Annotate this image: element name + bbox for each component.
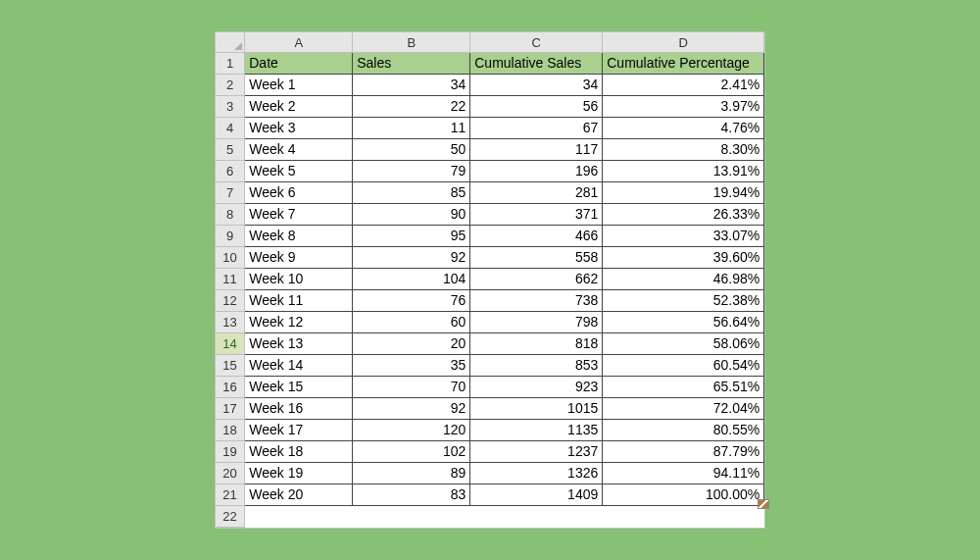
cell-A21[interactable]: Week 20 — [245, 484, 353, 505]
cell-C5[interactable]: 117 — [470, 138, 603, 160]
row-head-18[interactable]: 18 — [216, 419, 245, 440]
cell-B10[interactable]: 92 — [353, 246, 470, 268]
cell-C21[interactable]: 1409 — [470, 484, 603, 505]
cell-A20[interactable]: Week 19 — [245, 462, 353, 484]
cell-B16[interactable]: 70 — [353, 376, 470, 397]
cell-D22[interactable] — [603, 505, 764, 527]
cell-A12[interactable]: Week 11 — [245, 289, 353, 311]
cell-D4[interactable]: 4.76% — [603, 117, 764, 138]
cell-A13[interactable]: Week 12 — [245, 311, 353, 332]
cell-D14[interactable]: 58.06% — [603, 332, 764, 354]
cell-C10[interactable]: 558 — [470, 246, 603, 268]
cell-A19[interactable]: Week 18 — [245, 440, 353, 462]
cell-A9[interactable]: Week 8 — [245, 225, 353, 246]
cell-C2[interactable]: 34 — [470, 74, 603, 95]
cell-C18[interactable]: 1135 — [470, 419, 603, 440]
cell-C12[interactable]: 738 — [470, 289, 603, 311]
cell-D20[interactable]: 94.11% — [603, 462, 764, 484]
cell-B8[interactable]: 90 — [353, 203, 470, 225]
row-head-16[interactable]: 16 — [216, 376, 245, 397]
cell-C22[interactable] — [470, 505, 603, 527]
row-head-19[interactable]: 19 — [216, 440, 245, 462]
cell-A14[interactable]: Week 13 — [245, 332, 353, 354]
cell-D11[interactable]: 46.98% — [603, 268, 764, 289]
cell-D12[interactable]: 52.38% — [603, 289, 764, 311]
cell-D2[interactable]: 2.41% — [603, 74, 764, 95]
cell-C11[interactable]: 662 — [470, 268, 603, 289]
cell-C20[interactable]: 1326 — [470, 462, 603, 484]
col-head-c[interactable]: C — [470, 32, 603, 52]
cell-B15[interactable]: 35 — [353, 354, 470, 376]
row-head-21[interactable]: 21 — [216, 484, 245, 505]
row-head-2[interactable]: 2 — [216, 74, 245, 95]
cell-A3[interactable]: Week 2 — [245, 95, 353, 117]
cell-C1[interactable]: Cumulative Sales — [470, 52, 603, 74]
cell-A8[interactable]: Week 7 — [245, 203, 353, 225]
cell-A1[interactable]: Date — [245, 52, 353, 74]
cell-D1[interactable]: Cumulative Percentage — [603, 52, 764, 74]
cell-B11[interactable]: 104 — [353, 268, 470, 289]
cell-C9[interactable]: 466 — [470, 225, 603, 246]
cell-D7[interactable]: 19.94% — [603, 181, 764, 203]
cell-B14[interactable]: 20 — [353, 332, 470, 354]
cell-A22[interactable] — [245, 505, 353, 527]
cell-B2[interactable]: 34 — [353, 74, 470, 95]
cell-C6[interactable]: 196 — [470, 160, 603, 181]
cell-B1[interactable]: Sales — [353, 52, 470, 74]
cell-C14[interactable]: 818 — [470, 332, 603, 354]
row-head-11[interactable]: 11 — [216, 268, 245, 289]
spreadsheet[interactable]: A B C D 1DateSalesCumulative SalesCumula… — [215, 31, 766, 529]
cell-B7[interactable]: 85 — [353, 181, 470, 203]
cell-D3[interactable]: 3.97% — [603, 95, 764, 117]
cell-D17[interactable]: 72.04% — [603, 397, 764, 419]
select-all-corner[interactable] — [216, 32, 245, 52]
cell-C3[interactable]: 56 — [470, 95, 603, 117]
cell-A2[interactable]: Week 1 — [245, 74, 353, 95]
col-head-b[interactable]: B — [353, 32, 470, 52]
row-head-1[interactable]: 1 — [216, 52, 245, 74]
row-head-15[interactable]: 15 — [216, 354, 245, 376]
cell-A4[interactable]: Week 3 — [245, 117, 353, 138]
cell-D21[interactable]: 100.00% — [603, 484, 764, 505]
cell-A11[interactable]: Week 10 — [245, 268, 353, 289]
cell-B20[interactable]: 89 — [353, 462, 470, 484]
cell-A10[interactable]: Week 9 — [245, 246, 353, 268]
cell-C19[interactable]: 1237 — [470, 440, 603, 462]
cell-B12[interactable]: 76 — [353, 289, 470, 311]
cell-B6[interactable]: 79 — [353, 160, 470, 181]
cell-C17[interactable]: 1015 — [470, 397, 603, 419]
row-head-7[interactable]: 7 — [216, 181, 245, 203]
row-head-17[interactable]: 17 — [216, 397, 245, 419]
cell-A17[interactable]: Week 16 — [245, 397, 353, 419]
cell-A6[interactable]: Week 5 — [245, 160, 353, 181]
cell-A7[interactable]: Week 6 — [245, 181, 353, 203]
row-head-5[interactable]: 5 — [216, 138, 245, 160]
cell-C15[interactable]: 853 — [470, 354, 603, 376]
cell-D19[interactable]: 87.79% — [603, 440, 764, 462]
cell-B13[interactable]: 60 — [353, 311, 470, 332]
row-head-22[interactable]: 22 — [216, 505, 245, 527]
cell-B4[interactable]: 11 — [353, 117, 470, 138]
row-head-13[interactable]: 13 — [216, 311, 245, 332]
cell-D9[interactable]: 33.07% — [603, 225, 764, 246]
cell-A5[interactable]: Week 4 — [245, 138, 353, 160]
cell-A18[interactable]: Week 17 — [245, 419, 353, 440]
cell-D18[interactable]: 80.55% — [603, 419, 764, 440]
cell-C4[interactable]: 67 — [470, 117, 603, 138]
cell-D8[interactable]: 26.33% — [603, 203, 764, 225]
row-head-4[interactable]: 4 — [216, 117, 245, 138]
cell-D6[interactable]: 13.91% — [603, 160, 764, 181]
cell-B3[interactable]: 22 — [353, 95, 470, 117]
row-head-8[interactable]: 8 — [216, 203, 245, 225]
cell-B9[interactable]: 95 — [353, 225, 470, 246]
cell-D10[interactable]: 39.60% — [603, 246, 764, 268]
cell-B17[interactable]: 92 — [353, 397, 470, 419]
cell-B18[interactable]: 120 — [353, 419, 470, 440]
cell-A15[interactable]: Week 14 — [245, 354, 353, 376]
col-head-a[interactable]: A — [245, 32, 353, 52]
cell-C7[interactable]: 281 — [470, 181, 603, 203]
cell-D5[interactable]: 8.30% — [603, 138, 764, 160]
cell-B21[interactable]: 83 — [353, 484, 470, 505]
row-head-12[interactable]: 12 — [216, 289, 245, 311]
row-head-9[interactable]: 9 — [216, 225, 245, 246]
